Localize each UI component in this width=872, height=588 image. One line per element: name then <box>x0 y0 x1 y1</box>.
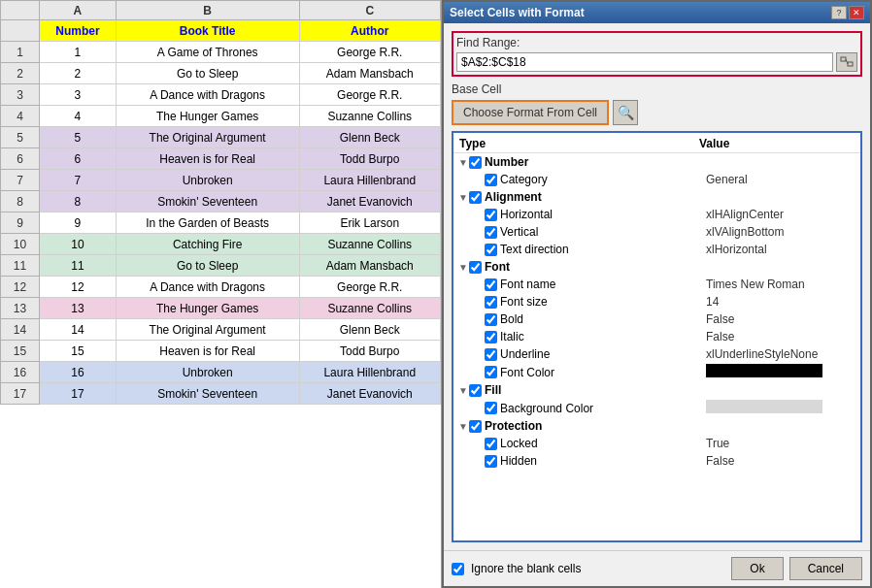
tree-item[interactable]: HiddenFalse <box>453 452 860 470</box>
cell-0[interactable]: 2 <box>40 63 117 84</box>
tree-item[interactable]: BoldFalse <box>453 310 860 328</box>
cell-2[interactable]: Laura Hillenbrand <box>299 170 441 191</box>
table-row[interactable]: 1616UnbrokenLaura Hillenbrand <box>1 362 441 383</box>
cell-2[interactable]: Todd Burpo <box>299 341 441 362</box>
cell-0[interactable]: 6 <box>40 148 117 170</box>
tree-item-checkbox[interactable] <box>485 209 497 221</box>
tree-item-checkbox[interactable] <box>485 244 497 256</box>
cell-0[interactable]: 4 <box>40 106 117 127</box>
tree-item-checkbox[interactable] <box>469 384 482 397</box>
cell-2[interactable]: Erik Larson <box>299 212 441 234</box>
tree-expand-icon[interactable]: ▼ <box>457 384 469 396</box>
tree-expand-icon[interactable]: ▼ <box>457 156 469 168</box>
ok-button[interactable]: Ok <box>731 557 783 580</box>
cell-1[interactable]: Smokin' Seventeen <box>116 191 299 212</box>
tree-item[interactable]: ItalicFalse <box>453 328 860 345</box>
tree-expand-icon[interactable]: ▼ <box>457 261 469 273</box>
tree-item[interactable]: ▼Number <box>453 153 860 171</box>
cell-0[interactable]: 17 <box>40 383 117 405</box>
table-row[interactable]: 33A Dance with DragonsGeorge R.R. <box>1 84 441 106</box>
cancel-button[interactable]: Cancel <box>789 557 862 580</box>
cell-1[interactable]: A Dance with Dragons <box>116 84 299 106</box>
cell-0[interactable]: 16 <box>40 362 117 383</box>
cell-2[interactable]: Suzanne Collins <box>299 298 441 319</box>
tree-item[interactable]: HorizontalxlHAlignCenter <box>453 206 860 223</box>
tree-item[interactable]: Font Color <box>453 363 860 381</box>
cell-0[interactable]: 3 <box>40 84 117 106</box>
tree-item-checkbox[interactable] <box>485 331 497 343</box>
dialog-close-button[interactable]: ✕ <box>849 6 864 19</box>
cell-1[interactable]: The Original Argument <box>116 127 299 148</box>
choose-format-button[interactable]: Choose Format From Cell <box>452 100 609 125</box>
table-row[interactable]: 44The Hunger GamesSuzanne Collins <box>1 106 441 127</box>
tree-item-checkbox[interactable] <box>485 438 497 450</box>
cell-1[interactable]: Go to Sleep <box>116 63 299 84</box>
cell-1[interactable]: Catching Fire <box>116 234 299 255</box>
cell-2[interactable]: Suzanne Collins <box>299 234 441 255</box>
tree-item-checkbox[interactable] <box>485 348 497 361</box>
tree-item-checkbox[interactable] <box>485 174 497 186</box>
table-row[interactable]: 1414The Original ArgumentGlenn Beck <box>1 319 441 341</box>
cell-2[interactable]: George R.R. <box>299 84 441 106</box>
cell-2[interactable]: Todd Burpo <box>299 148 441 170</box>
table-row[interactable]: 88Smokin' SeventeenJanet Evanovich <box>1 191 441 212</box>
table-row[interactable]: 66Heaven is for RealTodd Burpo <box>1 148 441 170</box>
tree-item-checkbox[interactable] <box>469 191 482 204</box>
cell-1[interactable]: Go to Sleep <box>116 255 299 277</box>
find-range-input[interactable] <box>456 52 833 72</box>
cell-0[interactable]: 13 <box>40 298 117 319</box>
cell-2[interactable]: George R.R. <box>299 277 441 298</box>
table-row[interactable]: 1212A Dance with DragonsGeorge R.R. <box>1 277 441 298</box>
cell-1[interactable]: In the Garden of Beasts <box>116 212 299 234</box>
cell-0[interactable]: 11 <box>40 255 117 277</box>
tree-item-checkbox[interactable] <box>485 278 497 291</box>
cell-1[interactable]: Unbroken <box>116 170 299 191</box>
table-row[interactable]: 22Go to SleepAdam Mansbach <box>1 63 441 84</box>
tree-item-checkbox[interactable] <box>469 156 482 169</box>
cell-0[interactable]: 10 <box>40 234 117 255</box>
tree-item-checkbox[interactable] <box>485 366 497 378</box>
cell-0[interactable]: 12 <box>40 277 117 298</box>
tree-expand-icon[interactable]: ▼ <box>457 191 469 203</box>
cell-2[interactable]: Laura Hillenbrand <box>299 362 441 383</box>
tree-item-checkbox[interactable] <box>469 420 482 433</box>
tree-item-checkbox[interactable] <box>485 226 497 239</box>
cell-2[interactable]: Adam Mansbach <box>299 63 441 84</box>
cell-2[interactable]: Glenn Beck <box>299 319 441 341</box>
tree-item-checkbox[interactable] <box>485 455 497 468</box>
tree-item[interactable]: Text directionxlHorizontal <box>453 241 860 258</box>
tree-item-checkbox[interactable] <box>485 296 497 309</box>
cell-1[interactable]: Unbroken <box>116 362 299 383</box>
tree-item[interactable]: Font nameTimes New Roman <box>453 276 860 293</box>
cell-0[interactable]: 8 <box>40 191 117 212</box>
table-row[interactable]: 1313The Hunger GamesSuzanne Collins <box>1 298 441 319</box>
cell-2[interactable]: Glenn Beck <box>299 127 441 148</box>
table-row[interactable]: 1111Go to SleepAdam Mansbach <box>1 255 441 277</box>
tree-item[interactable]: ▼Protection <box>453 417 860 435</box>
cell-0[interactable]: 15 <box>40 341 117 362</box>
tree-item[interactable]: VerticalxlVAlignBottom <box>453 223 860 241</box>
cell-0[interactable]: 1 <box>40 42 117 63</box>
tree-item[interactable]: Font size14 <box>453 293 860 310</box>
cell-2[interactable]: George R.R. <box>299 42 441 63</box>
tree-item-checkbox[interactable] <box>485 402 497 414</box>
tree-item[interactable]: ▼Alignment <box>453 188 860 206</box>
cell-2[interactable]: Janet Evanovich <box>299 383 441 405</box>
dialog-help-button[interactable]: ? <box>831 6 847 19</box>
table-row[interactable]: 1515Heaven is for RealTodd Burpo <box>1 341 441 362</box>
cell-1[interactable]: A Game of Thrones <box>116 42 299 63</box>
format-tree[interactable]: Type Value ▼NumberCategoryGeneral▼Alignm… <box>452 131 862 542</box>
eyedropper-button[interactable]: 🔍 <box>613 100 638 125</box>
cell-1[interactable]: The Hunger Games <box>116 106 299 127</box>
table-row[interactable]: 1010Catching FireSuzanne Collins <box>1 234 441 255</box>
tree-item-checkbox[interactable] <box>469 261 482 274</box>
tree-item[interactable]: UnderlinexlUnderlineStyleNone <box>453 345 860 363</box>
ignore-blank-checkbox[interactable] <box>452 563 464 575</box>
range-picker-button[interactable] <box>836 52 857 72</box>
tree-item[interactable]: CategoryGeneral <box>453 171 860 188</box>
table-row[interactable]: 11A Game of ThronesGeorge R.R. <box>1 42 441 63</box>
table-row[interactable]: 77UnbrokenLaura Hillenbrand <box>1 170 441 191</box>
cell-2[interactable]: Janet Evanovich <box>299 191 441 212</box>
cell-1[interactable]: A Dance with Dragons <box>116 277 299 298</box>
tree-item[interactable]: ▼Font <box>453 258 860 276</box>
